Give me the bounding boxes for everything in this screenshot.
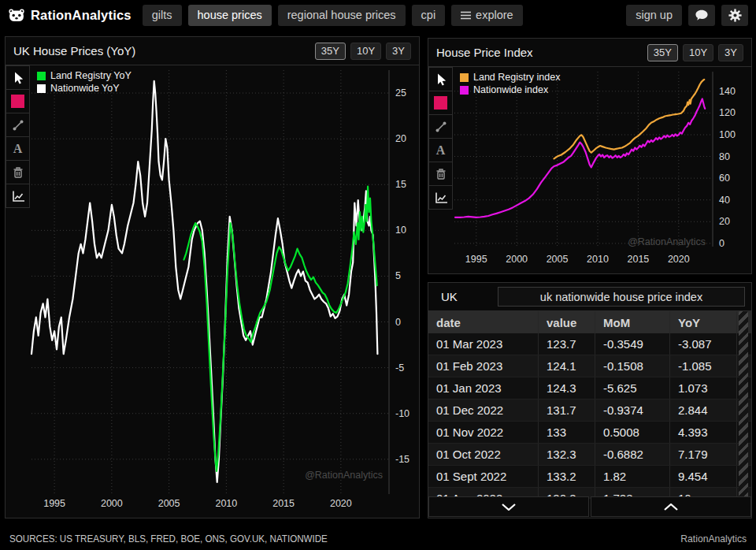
cell-date: 01 Sept 2022 [428, 466, 539, 487]
table-row: 01 Oct 2022 132.3 -0.6882 7.179 [428, 444, 751, 466]
nav-item-regional-house-prices[interactable]: regional house prices [278, 5, 406, 26]
index-chart-area[interactable]: Land Registry index Nationwide index 199… [453, 67, 751, 273]
svg-text:1995: 1995 [465, 254, 487, 265]
trendline-tool-button[interactable] [428, 114, 453, 139]
pointer-icon [11, 71, 25, 85]
cell-mom: -5.625 [595, 377, 670, 399]
svg-text:2010: 2010 [587, 254, 609, 265]
delete-tool-button[interactable] [6, 160, 30, 184]
svg-text:20: 20 [395, 133, 406, 144]
trendline-icon [434, 120, 448, 134]
series-search-input[interactable] [498, 287, 745, 307]
chart-mode-button[interactable] [6, 184, 30, 208]
app-window: RationAnalytics gilts house prices regio… [0, 0, 756, 550]
chevron-down-icon [502, 504, 516, 511]
yoy-legend: Land Registry YoY Nationwide YoY [37, 69, 132, 95]
yoy-drawing-toolbar: A [6, 65, 30, 517]
svg-text:80: 80 [719, 151, 730, 162]
watermark: @RationAnalytics [305, 470, 383, 481]
yoy-chart-header: UK House Prices (YoY) 35Y 10Y 3Y [6, 37, 419, 65]
svg-text:2020: 2020 [330, 498, 352, 509]
cell-value: 133 [539, 422, 595, 443]
sign-up-button[interactable]: sign up [626, 5, 682, 26]
scroll-up-button[interactable] [591, 496, 751, 517]
cell-date: 01 Nov 2022 [428, 422, 539, 443]
cell-date: 01 Mar 2023 [428, 333, 539, 355]
index-chart-svg: 1995200020052010201520201401201008060402… [453, 67, 751, 273]
text-tool-button[interactable]: A [428, 138, 453, 162]
trash-icon [434, 167, 448, 181]
pointer-tool-button[interactable] [6, 65, 30, 90]
chat-button[interactable] [688, 5, 715, 26]
table-row: 01 Feb 2023 124.1 -0.1508 -1.085 [428, 355, 751, 377]
cell-yoy: 4.393 [670, 422, 737, 443]
settings-button[interactable] [721, 5, 748, 26]
svg-text:2000: 2000 [506, 254, 528, 265]
cell-value: 124.1 [539, 355, 595, 377]
region-label: UK [441, 290, 458, 303]
svg-text:100: 100 [719, 129, 736, 140]
text-tool-button[interactable]: A [6, 136, 30, 161]
trash-icon [11, 165, 25, 180]
cell-value: 131.7 [539, 399, 595, 421]
svg-text:20: 20 [719, 216, 730, 227]
table-rows: 01 Mar 2023 123.7 -0.3549 -3.087 01 Feb … [428, 333, 751, 499]
nav-item-house-prices[interactable]: house prices [188, 5, 272, 26]
table-pager [428, 496, 751, 517]
svg-text:1995: 1995 [43, 498, 65, 509]
nav-item-cpi[interactable]: cpi [412, 5, 446, 26]
cell-mom: 0.5008 [595, 422, 670, 443]
chevron-up-icon [664, 504, 678, 511]
trendline-tool-button[interactable] [6, 113, 30, 137]
sources-text: SOURCES: US TREASURY, BLS, FRED, BOE, ON… [9, 533, 328, 544]
pointer-tool-button[interactable] [428, 67, 453, 91]
index-chart-panel: House Price Index 35Y 10Y 3Y [428, 38, 752, 274]
legend-label: Land Registry YoY [50, 70, 132, 81]
brand[interactable]: RationAnalytics [8, 8, 132, 23]
index-drawing-toolbar: A [428, 67, 453, 273]
chart-mode-button[interactable] [428, 185, 453, 210]
svg-text:25: 25 [395, 87, 406, 98]
cell-mom: -0.9374 [595, 399, 670, 421]
index-range-35y-button[interactable]: 35Y [647, 44, 678, 61]
nav-item-gilts[interactable]: gilts [143, 5, 182, 26]
yoy-chart-title: UK House Prices (YoY) [13, 44, 310, 58]
legend-item: Nationwide YoY [37, 82, 132, 95]
col-header-mom: MoM [595, 311, 670, 333]
svg-text:2005: 2005 [547, 254, 569, 265]
yoy-chart-svg: 1995200020052010201520202520151050-5-10-… [30, 65, 419, 517]
svg-text:2000: 2000 [101, 498, 123, 509]
index-range-3y-button[interactable]: 3Y [718, 44, 743, 61]
table-scrollbar[interactable] [739, 311, 748, 499]
table-row: 01 Dec 2022 131.7 -0.9374 2.844 [428, 399, 751, 422]
chat-icon [695, 9, 709, 21]
yoy-range-35y-button[interactable]: 35Y [315, 43, 346, 60]
legend-swatch-land-registry-yoy [37, 72, 46, 80]
index-range-10y-button[interactable]: 10Y [683, 44, 713, 61]
svg-text:-5: -5 [395, 362, 404, 373]
svg-text:2020: 2020 [668, 254, 690, 265]
delete-tool-button[interactable] [428, 162, 453, 186]
cell-date: 01 Jan 2023 [428, 377, 539, 399]
color-swatch-button[interactable] [428, 91, 453, 115]
scroll-down-button[interactable] [428, 496, 589, 517]
table-row: 01 Jan 2023 124.3 -5.625 1.073 [428, 377, 751, 399]
footer-brand: RationAnalytics [680, 533, 747, 544]
brand-name: RationAnalytics [31, 8, 132, 23]
cell-date: 01 Dec 2022 [428, 399, 539, 421]
nav-item-explore-label: explore [476, 9, 513, 21]
col-header-yoy: YoY [670, 311, 737, 333]
svg-text:0: 0 [719, 238, 724, 249]
svg-text:2015: 2015 [272, 498, 295, 509]
yoy-range-3y-button[interactable]: 3Y [386, 43, 411, 60]
nav-item-explore[interactable]: explore [451, 5, 523, 26]
cell-value: 123.7 [539, 333, 595, 355]
yoy-chart-area[interactable]: Land Registry YoY Nationwide YoY 1995200… [30, 65, 419, 517]
data-table-panel: UK date value MoM YoY 01 Mar 2023 123.7 … [428, 282, 752, 518]
svg-text:5: 5 [395, 270, 401, 281]
color-swatch-button[interactable] [6, 89, 30, 113]
cell-value: 124.3 [539, 377, 595, 399]
table-toolbar: UK [428, 283, 751, 311]
svg-text:-10: -10 [395, 408, 410, 419]
yoy-range-10y-button[interactable]: 10Y [350, 43, 381, 60]
